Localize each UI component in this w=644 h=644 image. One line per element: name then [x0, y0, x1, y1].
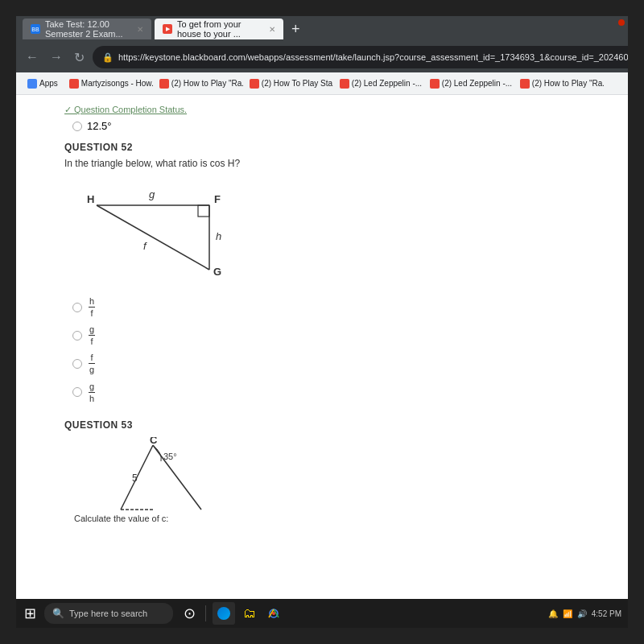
radio-circle-prev[interactable] [72, 122, 82, 131]
bookmark-2-icon [159, 79, 169, 89]
question-53-block: QUESTION 53 C [64, 419, 612, 526]
answer-option-c: f g [72, 353, 612, 374]
bookmark-apps-label: Apps [39, 79, 58, 88]
svg-text:F: F [214, 193, 221, 205]
address-bar[interactable]: 🔒 https://keystone.blackboard.com/webapp… [93, 46, 628, 68]
bookmark-5[interactable]: (2) Led Zeppelin -... [425, 77, 514, 90]
bookmark-5-icon [430, 79, 440, 89]
taskbar-app-cortana[interactable]: ⊙ [180, 604, 199, 623]
taskbar-file-explorer[interactable]: 🗂 [240, 604, 259, 623]
tab-active[interactable]: ▶ To get from your house to your ... ✕ [155, 19, 283, 39]
bookmark-1[interactable]: Martyzisongs - How... [64, 77, 153, 90]
fraction-c: f g [89, 353, 95, 374]
previous-answer-text: 12.5° [87, 120, 112, 132]
bookmark-2-label: (2) How to Play "Ra... [171, 79, 243, 88]
back-button[interactable]: ← [23, 48, 42, 66]
fraction-a-bottom: f [89, 308, 95, 318]
browser-window: BB Take Test: 12.00 Semester 2 Exam... ✕… [16, 16, 628, 628]
fraction-d: g h [89, 382, 95, 403]
bookmark-apps-icon [27, 79, 37, 89]
bookmark-apps[interactable]: Apps [23, 77, 63, 90]
lock-icon: 🔒 [102, 52, 114, 63]
tab-icon-test: BB [31, 24, 40, 34]
radio-a[interactable] [72, 303, 82, 312]
svg-text:f: f [143, 240, 147, 252]
tab-label-test: Take Test: 12.00 Semester 2 Exam... [45, 19, 129, 39]
bookmark-6-label: (2) How to Play "Ra... [532, 79, 604, 88]
bookmark-4[interactable]: (2) Led Zeppelin -... [335, 77, 423, 90]
fraction-b: g f [89, 324, 95, 346]
svg-text:35°: 35° [163, 452, 177, 461]
bookmark-5-label: (2) Led Zeppelin -... [442, 79, 512, 88]
taskbar: ⊞ 🔍 Type here to search ⊙ 🗂 [16, 599, 628, 628]
radio-c[interactable] [72, 359, 82, 369]
fraction-d-top: g [89, 382, 95, 393]
taskbar-notification: 🔔 [548, 609, 558, 618]
power-indicator [618, 19, 625, 26]
taskbar-volume: 🔊 [577, 609, 587, 618]
svg-text:G: G [213, 266, 221, 278]
bookmark-1-icon [69, 79, 79, 89]
taskbar-clock: 4:52 PM [592, 609, 621, 618]
svg-text:Calculate the value of c:: Calculate the value of c: [74, 514, 168, 523]
radio-b[interactable] [72, 331, 82, 341]
monitor: BB Take Test: 12.00 Semester 2 Exam... ✕… [0, 0, 644, 644]
page-content: ✓ Question Completion Status. 12.5° QUES… [16, 95, 628, 628]
address-bar-row: ← → ↻ 🔒 https://keystone.blackboard.com/… [16, 42, 628, 72]
taskbar-network: 📶 [563, 609, 572, 618]
tab-label-active: To get from your house to your ... [177, 19, 261, 39]
bookmark-3-label: (2) How To Play Sta... [262, 79, 333, 88]
question53-diagram: C 35° 5 Calculate the value of c: [72, 437, 233, 526]
answer-option-b: g f [72, 324, 612, 346]
answer-options-52: h f g f [72, 296, 612, 403]
bookmark-3-icon [250, 79, 259, 89]
tab-icon-active: ▶ [163, 24, 172, 34]
question-52-label: QUESTION 52 [64, 142, 612, 153]
answer-option-a: h f [72, 296, 612, 318]
fraction-c-bottom: g [89, 364, 95, 374]
edge-icon [217, 607, 230, 620]
tab-close-test[interactable]: ✕ [137, 25, 143, 34]
question-52-text: In the triangle below, what ratio is cos… [64, 158, 612, 169]
completion-status[interactable]: ✓ Question Completion Status. [64, 105, 612, 115]
tab-close-active[interactable]: ✕ [269, 25, 275, 34]
fraction-a: h f [89, 296, 95, 318]
tab-test[interactable]: BB Take Test: 12.00 Semester 2 Exam... ✕ [23, 19, 151, 39]
start-button[interactable]: ⊞ [19, 605, 41, 622]
taskbar-divider [205, 605, 206, 621]
fraction-c-top: f [89, 353, 95, 364]
screen: BB Take Test: 12.00 Semester 2 Exam... ✕… [16, 16, 628, 628]
forward-button[interactable]: → [47, 48, 66, 66]
taskbar-chrome[interactable] [264, 604, 283, 623]
address-text: https://keystone.blackboard.com/webapps/… [118, 52, 628, 62]
taskbar-search-text: Type here to search [69, 609, 147, 618]
new-tab-button[interactable]: + [287, 21, 305, 38]
svg-text:g: g [149, 188, 155, 200]
taskbar-right: 🔔 📶 🔊 4:52 PM [548, 609, 625, 618]
triangle-svg: H F G g h f [72, 177, 250, 290]
svg-text:H: H [87, 193, 94, 205]
bookmark-4-icon [340, 79, 349, 89]
bookmark-3[interactable]: (2) How To Play Sta... [245, 77, 333, 90]
fraction-d-bottom: h [89, 393, 95, 403]
taskbar-apps: ⊙ 🗂 [180, 602, 283, 625]
taskbar-search-box[interactable]: 🔍 Type here to search [44, 603, 173, 624]
bookmark-6-icon [520, 79, 530, 89]
refresh-button[interactable]: ↻ [71, 48, 88, 67]
triangle-diagram: H F G g h f [72, 177, 250, 290]
radio-d[interactable] [72, 387, 82, 397]
fraction-b-bottom: f [89, 336, 95, 346]
content-area: ✓ Question Completion Status. 12.5° QUES… [16, 95, 628, 628]
answer-option-d: g h [72, 382, 612, 403]
browser-title-bar: BB Take Test: 12.00 Semester 2 Exam... ✕… [16, 16, 628, 42]
question-53-label: QUESTION 53 [64, 419, 612, 431]
bookmark-6[interactable]: (2) How to Play "Ra... [515, 77, 604, 90]
taskbar-edge[interactable] [213, 602, 235, 625]
previous-answer-option: 12.5° [72, 120, 612, 132]
question-52-block: QUESTION 52 In the triangle below, what … [64, 142, 612, 403]
bookmark-1-label: Martyzisongs - How... [81, 79, 153, 88]
bookmark-4-label: (2) Led Zeppelin -... [352, 79, 422, 88]
bookmark-2[interactable]: (2) How to Play "Ra... [155, 77, 243, 90]
question53-svg: C 35° 5 Calculate the value of c: [72, 437, 233, 526]
svg-text:5: 5 [132, 473, 138, 484]
